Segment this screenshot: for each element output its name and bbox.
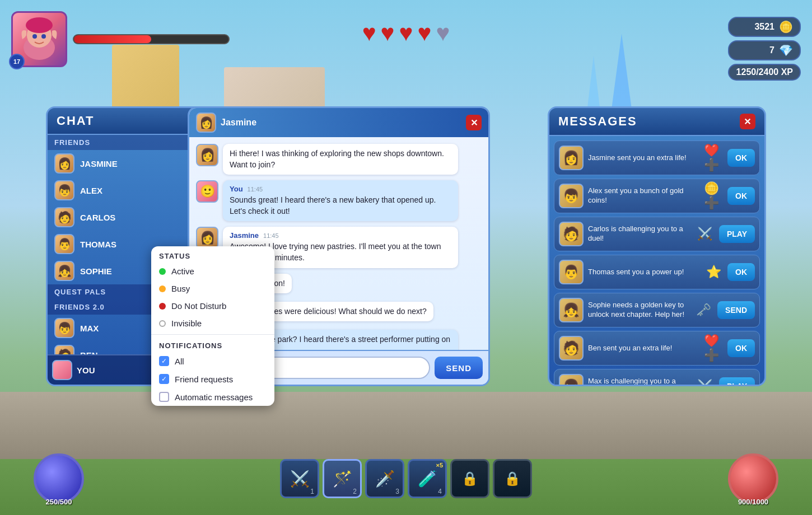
msg-item-icon-jasmine: ❤️➕ xyxy=(704,148,723,167)
message-item-carlos: 🧑 Carlos is challenging you to a duel! ⚔… xyxy=(554,217,760,251)
skill-slot-3[interactable]: 🗡️ 3 xyxy=(365,459,404,498)
status-invisible[interactable]: Invisible xyxy=(151,315,274,332)
status-dnd[interactable]: Do Not Disturb xyxy=(151,297,274,315)
notif-auto-messages[interactable]: Automatic messages xyxy=(151,388,274,406)
msg-item-avatar-max: 👦 xyxy=(559,374,584,385)
status-busy[interactable]: Busy xyxy=(151,280,274,297)
msg-sender-2: Jasmine xyxy=(230,231,259,240)
auto-messages-check xyxy=(159,392,169,402)
message-item-jasmine: 👩 Jasmine sent you an extra life! ❤️➕ OK xyxy=(554,141,760,175)
status-active[interactable]: Active xyxy=(151,263,274,280)
chat-msg-0: 👩 Hi there! I was thinking of exploring … xyxy=(196,144,482,175)
skill-num-3: 3 xyxy=(395,488,399,495)
skill-icon-4: 🧪 xyxy=(418,470,437,488)
bottom-right-orb: 900/1000 xyxy=(728,453,778,504)
player-level-badge: 17 xyxy=(9,54,25,69)
msg-bubble-0: Hi there! I was thinking of exploring th… xyxy=(223,144,458,175)
chat-partner-name: Jasmine xyxy=(221,118,256,128)
skill-icon-2: 🪄 xyxy=(333,470,352,488)
coins-bar: 3521 🪙 xyxy=(728,17,801,37)
coins-value: 3521 xyxy=(754,22,774,32)
msg-item-text-sophie: Sophie needs a golden key to unlock next… xyxy=(588,301,689,320)
invisible-label: Invisible xyxy=(171,319,202,328)
gems-value: 7 xyxy=(769,45,774,55)
heart-1: ♥ xyxy=(362,20,376,46)
message-item-thomas: 👨 Thomas sent you a power up! ⭐ OK xyxy=(554,255,760,289)
msg-item-icon-ben: ❤️➕ xyxy=(704,339,723,358)
skill-num-1: 1 xyxy=(310,488,314,495)
msg-time-2: 11:45 xyxy=(263,232,279,239)
msg-item-text-max: Max is challenging you to a duel! xyxy=(588,377,691,385)
skill-slot-2[interactable]: 🪄 2 xyxy=(323,459,362,498)
gems-bar: 7 💎 xyxy=(728,40,801,60)
you-avatar xyxy=(52,360,72,380)
svg-point-3 xyxy=(32,34,37,39)
all-label: All xyxy=(175,357,184,366)
play-button-max[interactable]: PLAY xyxy=(719,377,755,385)
messages-title: Messages ✕ xyxy=(549,108,764,136)
ok-button-jasmine[interactable]: OK xyxy=(727,149,755,167)
ok-button-thomas[interactable]: OK xyxy=(727,263,755,281)
health-orb xyxy=(728,453,778,504)
send-button-sophie[interactable]: SEND xyxy=(717,301,755,319)
friend-avatar-ben: 🧑 xyxy=(54,345,74,354)
messages-list: 👩 Jasmine sent you an extra life! ❤️➕ OK… xyxy=(549,136,764,385)
friend-name-thomas: Thomas xyxy=(80,240,116,249)
skill-num-2: 2 xyxy=(353,488,357,495)
messages-close[interactable]: ✕ xyxy=(740,114,755,129)
xp-bar: 1250/2400 XP xyxy=(728,64,801,81)
chat-msg-1: 🙂 You 11:45 Sounds great! I heard there'… xyxy=(196,180,482,221)
chat-window-close[interactable]: ✕ xyxy=(466,115,482,130)
skill-slot-4[interactable]: ×5 🧪 4 xyxy=(408,459,447,498)
msg-sender-1: You xyxy=(230,185,243,193)
friends2-label: FRIENDS 2.0 xyxy=(54,303,105,311)
msg-item-avatar-carlos: 🧑 xyxy=(559,222,584,246)
ok-button-ben[interactable]: OK xyxy=(727,339,755,357)
msg-item-text-jasmine: Jasmine sent you an extra life! xyxy=(588,153,699,163)
notif-friend-requests[interactable]: ✓ Friend requests xyxy=(151,370,274,388)
friend-avatar-jasmine: 👩 xyxy=(54,153,74,174)
skill-num-4: 4 xyxy=(438,488,442,495)
dnd-label: Do Not Disturb xyxy=(171,301,226,311)
notif-all[interactable]: ✓ All xyxy=(151,352,274,370)
hud-topright: 3521 🪙 7 💎 1250/2400 XP xyxy=(728,17,801,81)
ok-button-alex[interactable]: OK xyxy=(727,187,755,205)
skill-slot-1[interactable]: ⚔️ 1 xyxy=(280,459,319,498)
coins-icon: 🪙 xyxy=(779,20,793,34)
friend-name-alex: Alex xyxy=(80,186,102,195)
busy-dot xyxy=(159,285,166,292)
heart-4: ♥ xyxy=(417,20,431,46)
lock-icon-5: 🔒 xyxy=(461,471,478,486)
message-item-max: 👦 Max is challenging you to a duel! ⚔️ P… xyxy=(554,369,760,385)
chat-partner-avatar: 👩 xyxy=(196,113,216,133)
hud-topleft: 17 xyxy=(11,11,230,67)
gems-icon: 💎 xyxy=(779,44,793,57)
send-message-button[interactable]: SEND xyxy=(435,357,483,379)
msg-item-icon-carlos: ⚔️ xyxy=(696,224,715,244)
msg-bubble-1: You 11:45 Sounds great! I heard there's … xyxy=(223,180,458,221)
msg-item-text-carlos: Carlos is challenging you to a duel! xyxy=(588,224,691,244)
msg-item-text-thomas: Thomas sent you a power up! xyxy=(588,268,699,277)
message-item-sophie: 👧 Sophie needs a golden key to unlock ne… xyxy=(554,293,760,327)
invisible-dot xyxy=(159,320,166,327)
messages-title-text: Messages xyxy=(558,114,637,129)
bottom-left-orb: 250/500 xyxy=(34,453,84,504)
xp-value: 1250/2400 XP xyxy=(736,67,793,77)
play-button-carlos[interactable]: PLAY xyxy=(719,225,755,243)
msg-item-avatar-jasmine: 👩 xyxy=(559,146,584,170)
busy-label: Busy xyxy=(171,284,190,293)
msg-text-1: Sounds great! I heard there's a new bake… xyxy=(230,195,451,217)
active-dot xyxy=(159,268,166,275)
msg-item-text-alex: Alex sent you a bunch of gold coins! xyxy=(588,186,699,205)
mana-text: 250/500 xyxy=(46,498,72,506)
lock-icon-6: 🔒 xyxy=(504,471,521,486)
friend-avatar-carlos: 🧑 xyxy=(54,207,74,227)
chat-window-header: 👩 Jasmine ✕ xyxy=(189,108,488,137)
heart-3: ♥ xyxy=(399,20,413,46)
skill-bar: ⚔️ 1 🪄 2 🗡️ 3 ×5 🧪 4 🔒 🔒 xyxy=(280,459,532,498)
dnd-dot xyxy=(159,303,166,310)
health-fill xyxy=(74,35,151,43)
msg-item-icon-alex: 🪙➕ xyxy=(704,186,723,205)
message-item-ben: 🧑 Ben sent you an extra life! ❤️➕ OK xyxy=(554,331,760,366)
msg-time-1: 11:45 xyxy=(248,186,263,193)
